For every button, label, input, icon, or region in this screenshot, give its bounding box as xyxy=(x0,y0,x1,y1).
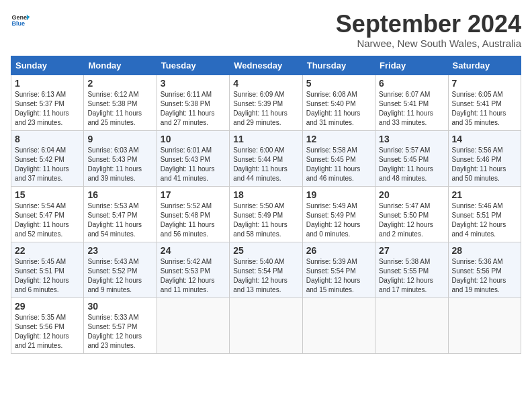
day-info: Sunrise: 6:08 AM Sunset: 5:40 PM Dayligh… xyxy=(306,90,371,128)
day-number: 9 xyxy=(87,134,152,144)
day-number: 12 xyxy=(306,134,371,144)
day-info: Sunrise: 5:53 AM Sunset: 5:47 PM Dayligh… xyxy=(87,201,152,239)
calendar-cell: 4 Sunrise: 6:09 AM Sunset: 5:39 PM Dayli… xyxy=(230,75,302,130)
day-number: 2 xyxy=(87,78,152,89)
day-number: 28 xyxy=(452,245,517,256)
calendar-cell: 13 Sunrise: 5:57 AM Sunset: 5:45 PM Dayl… xyxy=(375,130,448,186)
calendar-cell: 1 Sunrise: 6:13 AM Sunset: 5:37 PM Dayli… xyxy=(11,75,84,130)
day-info: Sunrise: 6:07 AM Sunset: 5:41 PM Dayligh… xyxy=(379,90,444,128)
day-info: Sunrise: 5:35 AM Sunset: 5:56 PM Dayligh… xyxy=(15,313,80,351)
calendar-week-4: 22 Sunrise: 5:45 AM Sunset: 5:51 PM Dayl… xyxy=(11,242,521,298)
day-number: 10 xyxy=(161,134,226,144)
day-info: Sunrise: 6:13 AM Sunset: 5:37 PM Dayligh… xyxy=(15,90,80,128)
day-number: 18 xyxy=(233,189,298,200)
calendar-cell: 21 Sunrise: 5:46 AM Sunset: 5:51 PM Dayl… xyxy=(448,186,521,242)
day-number: 8 xyxy=(15,134,80,144)
day-info: Sunrise: 5:43 AM Sunset: 5:52 PM Dayligh… xyxy=(87,257,152,295)
calendar-cell: 8 Sunrise: 6:04 AM Sunset: 5:42 PM Dayli… xyxy=(11,130,84,186)
day-number: 1 xyxy=(15,78,80,89)
calendar-cell: 23 Sunrise: 5:43 AM Sunset: 5:52 PM Dayl… xyxy=(84,242,157,298)
calendar-cell: 27 Sunrise: 5:38 AM Sunset: 5:55 PM Dayl… xyxy=(375,242,448,298)
day-info: Sunrise: 5:42 AM Sunset: 5:53 PM Dayligh… xyxy=(161,257,226,295)
day-number: 22 xyxy=(15,245,80,256)
day-number: 26 xyxy=(306,245,371,256)
day-info: Sunrise: 6:03 AM Sunset: 5:43 PM Dayligh… xyxy=(87,146,152,183)
calendar-cell: 5 Sunrise: 6:08 AM Sunset: 5:40 PM Dayli… xyxy=(302,75,375,130)
weekday-header-friday: Friday xyxy=(375,56,448,75)
calendar-cell: 9 Sunrise: 6:03 AM Sunset: 5:43 PM Dayli… xyxy=(84,130,157,186)
weekday-header-thursday: Thursday xyxy=(302,56,375,75)
weekday-header-sunday: Sunday xyxy=(11,56,84,75)
day-info: Sunrise: 5:39 AM Sunset: 5:54 PM Dayligh… xyxy=(306,257,371,295)
calendar-cell: 15 Sunrise: 5:54 AM Sunset: 5:47 PM Dayl… xyxy=(11,186,84,242)
day-info: Sunrise: 6:09 AM Sunset: 5:39 PM Dayligh… xyxy=(233,90,298,128)
day-info: Sunrise: 5:54 AM Sunset: 5:47 PM Dayligh… xyxy=(15,201,80,239)
day-info: Sunrise: 6:01 AM Sunset: 5:43 PM Dayligh… xyxy=(161,146,226,183)
day-number: 7 xyxy=(452,78,517,89)
calendar-cell xyxy=(230,298,302,353)
day-number: 6 xyxy=(379,78,444,89)
calendar-cell: 28 Sunrise: 5:36 AM Sunset: 5:56 PM Dayl… xyxy=(448,242,521,298)
day-number: 29 xyxy=(15,301,80,312)
weekday-header-monday: Monday xyxy=(84,56,157,75)
logo-icon: General Blue xyxy=(11,11,30,30)
day-number: 21 xyxy=(452,189,517,200)
day-info: Sunrise: 5:38 AM Sunset: 5:55 PM Dayligh… xyxy=(379,257,444,295)
day-number: 15 xyxy=(15,189,80,200)
day-number: 3 xyxy=(161,78,226,89)
calendar-cell: 7 Sunrise: 6:05 AM Sunset: 5:41 PM Dayli… xyxy=(448,75,521,130)
day-info: Sunrise: 5:47 AM Sunset: 5:50 PM Dayligh… xyxy=(379,201,444,239)
weekday-header-tuesday: Tuesday xyxy=(157,56,229,75)
calendar-cell: 2 Sunrise: 6:12 AM Sunset: 5:38 PM Dayli… xyxy=(84,75,157,130)
title-block: September 2024 Narwee, New South Wales, … xyxy=(336,11,521,49)
day-info: Sunrise: 5:50 AM Sunset: 5:49 PM Dayligh… xyxy=(233,201,298,239)
day-info: Sunrise: 5:57 AM Sunset: 5:45 PM Dayligh… xyxy=(379,146,444,183)
day-number: 27 xyxy=(379,245,444,256)
calendar-cell: 16 Sunrise: 5:53 AM Sunset: 5:47 PM Dayl… xyxy=(84,186,157,242)
day-number: 25 xyxy=(233,245,298,256)
location: Narwee, New South Wales, Australia xyxy=(336,38,521,49)
day-number: 4 xyxy=(233,78,298,89)
day-info: Sunrise: 5:58 AM Sunset: 5:45 PM Dayligh… xyxy=(306,146,371,183)
calendar-cell: 18 Sunrise: 5:50 AM Sunset: 5:49 PM Dayl… xyxy=(230,186,302,242)
day-info: Sunrise: 5:46 AM Sunset: 5:51 PM Dayligh… xyxy=(452,201,517,239)
calendar-cell xyxy=(448,298,521,353)
day-info: Sunrise: 6:12 AM Sunset: 5:38 PM Dayligh… xyxy=(87,90,152,128)
logo: General Blue xyxy=(11,11,30,30)
calendar-cell: 10 Sunrise: 6:01 AM Sunset: 5:43 PM Dayl… xyxy=(157,130,229,186)
day-info: Sunrise: 5:33 AM Sunset: 5:57 PM Dayligh… xyxy=(87,313,152,351)
day-number: 24 xyxy=(161,245,226,256)
calendar-table: SundayMondayTuesdayWednesdayThursdayFrid… xyxy=(11,56,521,354)
day-info: Sunrise: 6:11 AM Sunset: 5:38 PM Dayligh… xyxy=(161,90,226,128)
day-info: Sunrise: 5:49 AM Sunset: 5:49 PM Dayligh… xyxy=(306,201,371,239)
weekday-header-wednesday: Wednesday xyxy=(230,56,302,75)
day-info: Sunrise: 5:40 AM Sunset: 5:54 PM Dayligh… xyxy=(233,257,298,295)
calendar-cell: 6 Sunrise: 6:07 AM Sunset: 5:41 PM Dayli… xyxy=(375,75,448,130)
month-year: September 2024 xyxy=(336,11,521,38)
calendar-cell xyxy=(302,298,375,353)
calendar-cell: 22 Sunrise: 5:45 AM Sunset: 5:51 PM Dayl… xyxy=(11,242,84,298)
day-number: 13 xyxy=(379,134,444,144)
day-number: 30 xyxy=(87,301,152,312)
calendar-cell: 17 Sunrise: 5:52 AM Sunset: 5:48 PM Dayl… xyxy=(157,186,229,242)
day-number: 11 xyxy=(233,134,298,144)
day-info: Sunrise: 6:05 AM Sunset: 5:41 PM Dayligh… xyxy=(452,90,517,128)
day-info: Sunrise: 5:45 AM Sunset: 5:51 PM Dayligh… xyxy=(15,257,80,295)
svg-text:Blue: Blue xyxy=(11,20,25,27)
calendar-cell: 11 Sunrise: 6:00 AM Sunset: 5:44 PM Dayl… xyxy=(230,130,302,186)
day-info: Sunrise: 5:52 AM Sunset: 5:48 PM Dayligh… xyxy=(161,201,226,239)
day-info: Sunrise: 6:04 AM Sunset: 5:42 PM Dayligh… xyxy=(15,146,80,183)
weekday-header-row: SundayMondayTuesdayWednesdayThursdayFrid… xyxy=(11,56,521,75)
calendar-week-5: 29 Sunrise: 5:35 AM Sunset: 5:56 PM Dayl… xyxy=(11,298,521,353)
calendar-cell: 14 Sunrise: 5:56 AM Sunset: 5:46 PM Dayl… xyxy=(448,130,521,186)
day-info: Sunrise: 5:36 AM Sunset: 5:56 PM Dayligh… xyxy=(452,257,517,295)
day-number: 23 xyxy=(87,245,152,256)
calendar-week-1: 1 Sunrise: 6:13 AM Sunset: 5:37 PM Dayli… xyxy=(11,75,521,130)
calendar-cell: 19 Sunrise: 5:49 AM Sunset: 5:49 PM Dayl… xyxy=(302,186,375,242)
calendar-cell: 20 Sunrise: 5:47 AM Sunset: 5:50 PM Dayl… xyxy=(375,186,448,242)
day-number: 17 xyxy=(161,189,226,200)
page-header: General Blue September 2024 Narwee, New … xyxy=(11,11,521,49)
day-number: 5 xyxy=(306,78,371,89)
day-number: 20 xyxy=(379,189,444,200)
calendar-cell xyxy=(375,298,448,353)
